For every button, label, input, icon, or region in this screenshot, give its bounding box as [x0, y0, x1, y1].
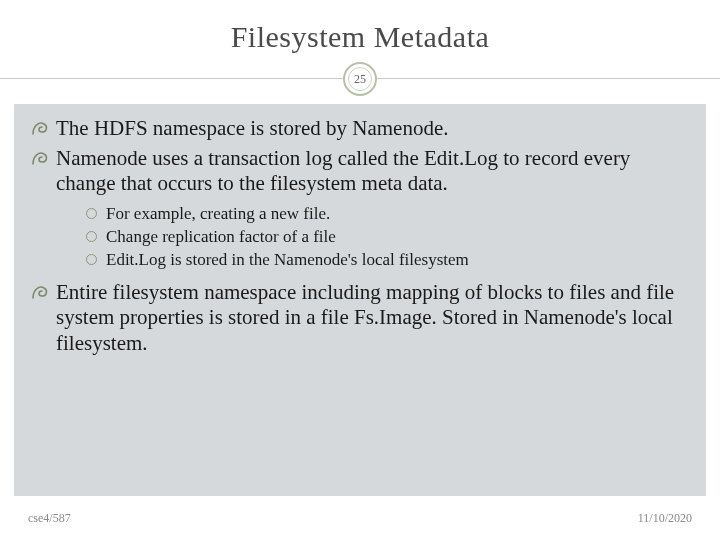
swirl-bullet-icon — [32, 120, 50, 136]
list-item: Change replication factor of a file — [86, 226, 688, 249]
sub-bullet-list: For example, creating a new file. Change… — [86, 203, 688, 272]
list-item: The HDFS namespace is stored by Namenode… — [32, 116, 688, 142]
bullet-list: The HDFS namespace is stored by Namenode… — [32, 116, 688, 356]
sub-bullet-text: Edit.Log is stored in the Namenode's loc… — [106, 250, 469, 269]
footer-left-text: cse4/587 — [28, 511, 71, 526]
bullet-text: Entire filesystem namespace including ma… — [56, 280, 674, 355]
content-panel: The HDFS namespace is stored by Namenode… — [14, 104, 706, 496]
slide-number-badge: 25 — [343, 62, 377, 96]
footer-date: 11/10/2020 — [638, 511, 692, 526]
sub-bullet-text: For example, creating a new file. — [106, 204, 330, 223]
list-item: Entire filesystem namespace including ma… — [32, 280, 688, 357]
ring-bullet-icon — [86, 231, 97, 242]
header: Filesystem Metadata 25 — [0, 0, 720, 110]
sub-bullet-text: Change replication factor of a file — [106, 227, 336, 246]
list-item: For example, creating a new file. — [86, 203, 688, 226]
slide-title: Filesystem Metadata — [0, 0, 720, 54]
slide-number: 25 — [348, 67, 372, 91]
bullet-text: The HDFS namespace is stored by Namenode… — [56, 116, 449, 140]
list-item: Namenode uses a transaction log called t… — [32, 146, 688, 272]
swirl-bullet-icon — [32, 284, 50, 300]
swirl-bullet-icon — [32, 150, 50, 166]
list-item: Edit.Log is stored in the Namenode's loc… — [86, 249, 688, 272]
footer: cse4/587 11/10/2020 — [0, 496, 720, 540]
slide: Filesystem Metadata 25 The HDFS namespac… — [0, 0, 720, 540]
ring-bullet-icon — [86, 208, 97, 219]
ring-bullet-icon — [86, 254, 97, 265]
bullet-text: Namenode uses a transaction log called t… — [56, 146, 630, 196]
